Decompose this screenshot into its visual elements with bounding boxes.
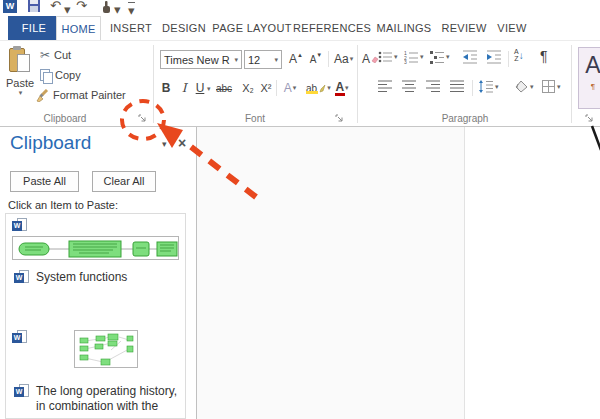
justify-button[interactable]	[450, 80, 465, 93]
decrease-indent-button[interactable]	[462, 50, 478, 64]
paste-dropdown-icon[interactable]: ▾	[5, 89, 36, 97]
align-left-button[interactable]	[378, 80, 393, 93]
font-name-combo[interactable]: Times New R ▾	[160, 50, 242, 69]
align-right-icon	[426, 80, 441, 93]
word-file-icon: W	[14, 270, 30, 286]
change-case-dropdown-icon: ▾	[350, 55, 354, 63]
word-file-icon: W	[12, 218, 28, 234]
font-color-button[interactable]: A ▾	[334, 79, 350, 97]
line-spacing-button[interactable]: ▾	[478, 80, 499, 93]
line-spacing-dropdown-icon: ▾	[495, 83, 499, 91]
undo-dropdown-icon[interactable]: ▾	[64, 2, 71, 17]
bullets-button[interactable]: ▾	[378, 50, 398, 64]
undo-icon[interactable]: ↶	[50, 0, 61, 13]
copy-button[interactable]: Copy	[40, 67, 81, 83]
tab-home[interactable]: HOME	[56, 16, 101, 40]
superscript-button[interactable]: X²	[258, 79, 274, 97]
pane-close-icon[interactable]: ×	[178, 135, 186, 151]
clipboard-item-label: System functions	[36, 270, 127, 285]
word-logo-icon: W	[3, 0, 17, 13]
font-size-combo[interactable]: 12 ▾	[244, 50, 282, 69]
numbering-icon: 123	[404, 50, 419, 64]
paragraph-dialog-launcher[interactable]	[584, 113, 594, 123]
word-file-icon: W	[14, 384, 30, 400]
style-preview-mark: ¶	[579, 82, 600, 91]
save-icon[interactable]	[28, 0, 40, 12]
shading-button[interactable]: ▾	[514, 80, 534, 93]
clipboard-item-diagram[interactable]: W	[12, 330, 186, 368]
redo-icon[interactable]: ↷	[76, 0, 87, 13]
cut-label: Cut	[54, 49, 71, 61]
tab-view[interactable]: VIEW	[491, 16, 533, 40]
change-case-button[interactable]: Aa ▾	[334, 50, 353, 68]
format-painter-button[interactable]: Format Painter	[36, 87, 126, 103]
bullets-icon	[378, 50, 393, 64]
style-normal-preview[interactable]: A ¶	[578, 47, 600, 109]
clipboard-item-label: The long operating history, in combinati…	[36, 384, 182, 414]
borders-dropdown-icon: ▾	[557, 83, 561, 91]
copy-label: Copy	[55, 69, 81, 81]
font-dialog-launcher[interactable]	[334, 113, 344, 123]
align-center-button[interactable]	[402, 80, 417, 93]
touch-mode-icon[interactable]	[100, 1, 112, 14]
ribbon-tab-bar: FILE HOME INSERT DESIGN PAGE LAYOUT REFE…	[0, 16, 600, 40]
pane-instruction: Click an Item to Paste:	[8, 199, 118, 211]
cut-button[interactable]: ✂ Cut	[40, 47, 71, 63]
grow-font-button[interactable]: A▲	[288, 50, 304, 68]
tab-insert[interactable]: INSERT	[105, 16, 157, 40]
tab-references[interactable]: REFERENCES	[293, 16, 371, 40]
bold-button[interactable]: B	[158, 79, 174, 97]
font-name-dropdown-icon[interactable]: ▾	[234, 56, 238, 64]
flowchart-thumbnail	[12, 236, 179, 260]
clipboard-item-flowchart[interactable]: W	[12, 218, 186, 264]
shrink-font-button[interactable]: A▼	[308, 50, 324, 68]
highlighter-pen-icon	[318, 84, 326, 93]
tab-design[interactable]: DESIGN	[157, 16, 211, 40]
shrink-font-label: A	[310, 54, 317, 65]
ribbon: Paste ▾ ✂ Cut Copy Format Painter Clipbo…	[0, 40, 600, 127]
increase-indent-icon	[486, 50, 502, 64]
clipboard-dialog-launcher[interactable]	[137, 113, 147, 123]
tab-file[interactable]: FILE	[8, 16, 60, 40]
paragraph-group-label: Paragraph	[420, 113, 510, 124]
paste-clipboard-icon	[9, 47, 31, 75]
align-right-button[interactable]	[426, 80, 441, 93]
document-area	[197, 127, 600, 419]
touch-mode-dropdown-icon[interactable]: ▾	[114, 2, 121, 17]
paste-button[interactable]: Paste ▾	[4, 45, 36, 117]
numbering-button[interactable]: 123 ▾	[404, 50, 424, 64]
network-diagram-thumbnail	[74, 330, 138, 368]
tab-review[interactable]: REVIEW	[437, 16, 491, 40]
show-paragraph-marks-button[interactable]: ¶	[540, 48, 548, 64]
multilevel-list-button[interactable]: ▾	[430, 50, 450, 64]
pane-menu-dropdown-icon[interactable]: ▾	[162, 139, 167, 149]
underline-dropdown-icon[interactable]: ▾	[207, 85, 211, 93]
underline-button[interactable]: U	[192, 79, 208, 97]
document-page[interactable]	[464, 127, 600, 419]
highlight-label: ab	[306, 83, 317, 94]
line-spacing-icon	[478, 80, 494, 93]
font-color-swatch	[335, 93, 345, 96]
font-size-dropdown-icon[interactable]: ▾	[274, 56, 278, 64]
font-group-label: Font	[220, 113, 290, 124]
increase-indent-button[interactable]	[486, 50, 502, 64]
highlight-button[interactable]: ab ▾	[306, 79, 331, 97]
borders-button[interactable]: ▾	[542, 80, 561, 93]
sort-button[interactable]: AZ ↓	[514, 48, 524, 62]
tab-mailings[interactable]: MAILINGS	[371, 16, 437, 40]
decrease-indent-icon	[462, 50, 478, 64]
text-effects-button[interactable]: A ▾	[282, 79, 298, 97]
style-preview-letter: A	[579, 48, 600, 82]
italic-button[interactable]: I	[176, 79, 192, 97]
clear-formatting-button[interactable]: A	[362, 50, 379, 68]
clipboard-item-text[interactable]: W System functions	[14, 270, 186, 286]
tab-page-layout[interactable]: PAGE LAYOUT	[211, 16, 293, 40]
clear-all-button[interactable]: Clear All	[92, 171, 156, 192]
justify-icon	[450, 80, 465, 93]
clear-formatting-label: A	[362, 52, 370, 66]
subscript-button[interactable]: X₂	[240, 79, 256, 97]
strikethrough-button[interactable]: abc	[216, 79, 232, 97]
paste-all-button[interactable]: Paste All	[10, 171, 79, 192]
clipboard-item-text[interactable]: W The long operating history, in combina…	[14, 384, 182, 414]
multilevel-list-dropdown-icon: ▾	[446, 53, 450, 61]
